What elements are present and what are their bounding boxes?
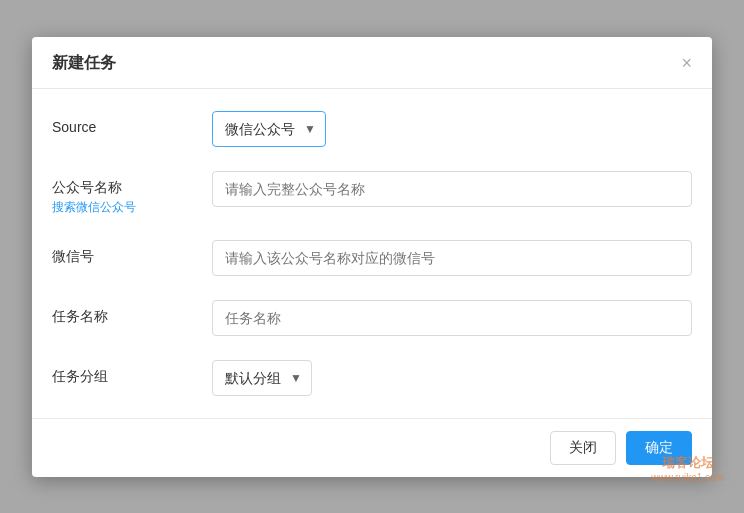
wechat-id-label: 微信号 [52,248,202,266]
task-group-row: 任务分组 默认分组 分组1 分组2 ▼ [32,348,712,408]
source-label-col: Source [52,111,212,135]
cancel-button[interactable]: 关闭 [550,431,616,465]
modal-body: Source 微信公众号 微博 其他 ▼ 公众号名称 [32,89,712,418]
wechat-id-label-col: 微信号 [52,240,212,266]
task-group-control-col: 默认分组 分组1 分组2 ▼ [212,360,692,396]
search-wechat-link[interactable]: 搜索微信公众号 [52,199,202,216]
account-name-label-col: 公众号名称 搜索微信公众号 [52,171,212,216]
modal-title: 新建任务 [52,53,116,74]
task-name-label-col: 任务名称 [52,300,212,326]
modal-overlay: 新建任务 × Source 微信公众号 微博 其他 ▼ [0,0,744,513]
task-group-label: 任务分组 [52,368,202,386]
task-group-select-wrapper: 默认分组 分组1 分组2 ▼ [212,360,312,396]
wechat-id-control-col [212,240,692,276]
close-button[interactable]: × [681,54,692,72]
source-control-col: 微信公众号 微博 其他 ▼ [212,111,692,147]
modal-footer: 关闭 确定 [32,418,712,477]
wechat-id-input[interactable] [212,240,692,276]
account-name-label: 公众号名称 [52,179,202,197]
task-group-label-col: 任务分组 [52,360,212,386]
task-name-control-col [212,300,692,336]
account-name-input[interactable] [212,171,692,207]
task-name-row: 任务名称 [32,288,712,348]
account-name-row: 公众号名称 搜索微信公众号 [32,159,712,228]
task-name-input[interactable] [212,300,692,336]
task-group-select[interactable]: 默认分组 分组1 分组2 [212,360,312,396]
source-row: Source 微信公众号 微博 其他 ▼ [32,99,712,159]
wechat-id-row: 微信号 [32,228,712,288]
source-select-wrapper: 微信公众号 微博 其他 ▼ [212,111,326,147]
dialog: 新建任务 × Source 微信公众号 微博 其他 ▼ [32,37,712,477]
task-name-label: 任务名称 [52,308,202,326]
source-label: Source [52,119,202,135]
modal-header: 新建任务 × [32,37,712,89]
confirm-button[interactable]: 确定 [626,431,692,465]
account-name-control-col [212,171,692,207]
source-select[interactable]: 微信公众号 微博 其他 [212,111,326,147]
